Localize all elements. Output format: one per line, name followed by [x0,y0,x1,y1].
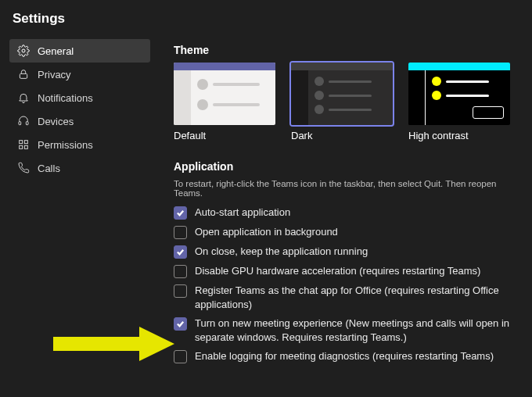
svg-rect-3 [26,122,28,125]
checkbox-icon [174,226,187,239]
application-helper: To restart, right-click the Teams icon i… [174,179,518,198]
checkbox-icon [174,265,187,278]
gear-icon [17,45,30,57]
svg-rect-5 [24,141,27,144]
theme-options: Default Dark High contrast [174,63,518,141]
checkbox-new-meeting-experience[interactable]: Turn on new meeting experience (New meet… [174,317,518,344]
sidebar-item-calls[interactable]: Calls [9,156,150,180]
phone-icon [17,162,30,174]
checkbox-disable-gpu[interactable]: Disable GPU hardware acceleration (requi… [174,264,518,278]
checkbox-on-close[interactable]: On close, keep the application running [174,245,518,259]
sidebar-item-label: Calls [38,163,60,174]
checkbox-label: Open application in background [195,225,338,239]
theme-label: Dark [291,130,393,141]
theme-default[interactable]: Default [174,63,275,141]
sidebar-item-notifications[interactable]: Notifications [9,86,150,109]
checkbox-icon [174,206,187,220]
checkbox-icon [174,350,187,363]
sidebar: General Privacy Notifications Devices Pe… [9,34,150,369]
main-panel: Theme Default Dark [150,34,523,369]
application-heading: Application [174,160,518,173]
svg-rect-2 [19,122,21,125]
sidebar-item-label: Devices [38,116,74,127]
checkbox-label: Turn on new meeting experience (New meet… [195,317,518,344]
theme-preview-hc [408,63,510,125]
sidebar-item-permissions[interactable]: Permissions [9,133,150,156]
svg-rect-4 [20,141,23,144]
checkbox-autostart[interactable]: Auto-start application [174,206,518,220]
theme-preview-default [174,63,275,125]
checkbox-icon [174,317,187,331]
lock-icon [17,68,30,80]
sidebar-item-label: Privacy [38,69,71,80]
theme-preview-dark [291,63,393,125]
svg-rect-7 [24,145,27,148]
sidebar-item-general[interactable]: General [9,39,150,63]
checkbox-label: Register Teams as the chat app for Offic… [195,284,518,311]
page-title: Settings [0,0,532,34]
svg-rect-6 [20,145,23,148]
sidebar-item-label: General [38,45,74,57]
sidebar-item-devices[interactable]: Devices [9,109,150,133]
checkbox-label: On close, keep the application running [195,245,368,259]
headset-icon [17,115,30,127]
checkbox-label: Disable GPU hardware acceleration (requi… [195,264,480,278]
sidebar-item-privacy[interactable]: Privacy [9,63,150,86]
theme-label: High contrast [408,130,510,141]
checkbox-icon [174,284,187,298]
theme-label: Default [174,130,275,141]
checkbox-enable-logging[interactable]: Enable logging for meeting diagnostics (… [174,349,518,363]
theme-high-contrast[interactable]: High contrast [408,63,510,141]
checkbox-register-chat-app[interactable]: Register Teams as the chat app for Offic… [174,284,518,311]
svg-point-0 [22,49,25,52]
checkbox-label: Enable logging for meeting diagnostics (… [195,349,494,363]
grid-icon [17,138,30,151]
theme-heading: Theme [174,44,518,56]
sidebar-item-label: Notifications [38,92,93,104]
checkbox-label: Auto-start application [195,206,290,220]
theme-dark[interactable]: Dark [291,63,393,141]
sidebar-item-label: Permissions [38,139,93,151]
checkbox-open-background[interactable]: Open application in background [174,225,518,239]
checkbox-icon [174,245,187,259]
svg-rect-1 [20,73,27,78]
bell-icon [17,91,30,104]
